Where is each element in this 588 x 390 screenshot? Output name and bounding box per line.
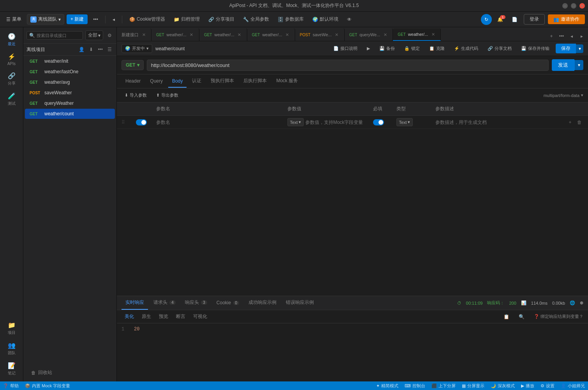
api-item-weather-count[interactable]: GET weather/count bbox=[25, 109, 115, 119]
body-type-selector[interactable]: multipart/form-data ▾ bbox=[544, 93, 583, 98]
api-item-save-weather[interactable]: POST saveWeather bbox=[25, 88, 115, 98]
doc-btn[interactable]: 📄 接口说明 bbox=[330, 44, 361, 53]
mock-vars-btn[interactable]: 📦 内置 Mock 字段变量 bbox=[25, 383, 70, 389]
tab-auth[interactable]: 认证 bbox=[188, 74, 205, 88]
tabs-prev-btn[interactable]: ◂ bbox=[567, 32, 576, 41]
api-item-weather-init[interactable]: GET weather/init bbox=[25, 56, 115, 66]
close-btn[interactable]: ✕ bbox=[579, 3, 585, 9]
send-dropdown[interactable]: ▾ bbox=[574, 60, 583, 70]
tabs-more-btn[interactable]: ••• bbox=[557, 32, 566, 41]
tab-5[interactable]: GET queryWe... ✕ bbox=[345, 28, 393, 41]
beautify-btn[interactable]: 美化 bbox=[121, 312, 137, 321]
minimize-btn[interactable]: ─ bbox=[562, 3, 568, 9]
tab-new-close[interactable]: ✕ bbox=[141, 32, 146, 37]
archive-btn[interactable]: 📁 归档管理 bbox=[171, 14, 203, 24]
doc-icon-btn[interactable]: 📄 bbox=[509, 15, 521, 24]
export-params-btn[interactable]: ⬆ 导出参数 bbox=[153, 91, 181, 100]
response-tab-error[interactable]: 错误响应示例 bbox=[282, 296, 318, 310]
tab-header[interactable]: Header bbox=[121, 75, 144, 88]
preview-btn[interactable]: 预览 bbox=[156, 312, 171, 321]
sidebar-item-share[interactable]: 🔗 分享 bbox=[2, 70, 21, 88]
global-params-btn[interactable]: 🔧 全局参数 bbox=[240, 14, 272, 24]
tab-2[interactable]: GET weather/... ✕ bbox=[199, 28, 247, 41]
replay-btn[interactable]: ▶ 播放 bbox=[521, 383, 534, 389]
team-selector[interactable]: 离 离线团队 ▾ bbox=[27, 14, 64, 25]
visualize-btn[interactable]: 可视化 bbox=[190, 312, 210, 321]
simple-mode-btn[interactable]: ✦ 精简模式 bbox=[376, 383, 398, 389]
copy-response-btn[interactable]: 📋 bbox=[500, 312, 512, 321]
api-item-weather-lastone[interactable]: GET weather/lastOne bbox=[25, 67, 115, 77]
sidebar-item-test[interactable]: 🧪 测试 bbox=[2, 90, 21, 109]
search-response-btn[interactable]: 🔍 bbox=[516, 312, 528, 321]
response-tab-cookie[interactable]: Cookie 0 bbox=[213, 297, 243, 309]
tab-pre-script[interactable]: 预执行脚本 bbox=[207, 74, 238, 88]
value-type-selector[interactable]: Text ▾ bbox=[287, 118, 304, 126]
param-add-btn[interactable]: + bbox=[566, 118, 574, 126]
tab-close-2[interactable]: ✕ bbox=[237, 32, 242, 37]
tab-close-1[interactable]: ✕ bbox=[189, 32, 194, 37]
new-button[interactable]: + 新建 bbox=[67, 14, 88, 24]
split-v-btn[interactable]: ▦ 分屏显示 bbox=[462, 383, 484, 389]
drag-handle-icon[interactable]: ⠿ bbox=[121, 120, 125, 125]
param-value-input[interactable] bbox=[305, 120, 364, 125]
lock-btn[interactable]: 🔒 锁定 bbox=[401, 44, 423, 53]
api-item-query-weather[interactable]: GET queryWeather bbox=[25, 98, 115, 108]
split-h-btn[interactable]: ⬛ 上下分屏 bbox=[431, 383, 456, 389]
url-input[interactable] bbox=[147, 60, 549, 71]
sidebar-item-notes[interactable]: 📝 笔记 bbox=[2, 360, 21, 378]
tab-close-6[interactable]: ✕ bbox=[430, 32, 436, 37]
search-box[interactable]: 🔍 bbox=[26, 31, 83, 40]
menu-btn[interactable]: ☰ 菜单 bbox=[3, 14, 25, 24]
api-item-weather-avg[interactable]: GET weather/avg bbox=[25, 77, 115, 87]
generate-btn[interactable]: ⚡ 生成代码 bbox=[451, 44, 481, 53]
more-btn[interactable]: ••• bbox=[90, 15, 101, 24]
dark-mode-btn[interactable]: 🌙 深灰模式 bbox=[491, 383, 515, 389]
sidebar-item-project[interactable]: 📁 项目 bbox=[2, 319, 21, 338]
method-selector[interactable]: GET ▾ bbox=[121, 60, 144, 70]
required-toggle[interactable] bbox=[373, 119, 384, 125]
save-all-btn[interactable]: 💾 保存并传输 bbox=[518, 44, 553, 53]
login-button[interactable]: 登录 bbox=[524, 14, 545, 25]
response-tab-realtime[interactable]: 实时响应 bbox=[121, 296, 148, 310]
response-expand-icon[interactable]: ⊕ bbox=[580, 300, 583, 305]
user-profile-btn[interactable]: 👤 小姐师兄 bbox=[561, 383, 585, 389]
tabs-next-btn[interactable]: ▸ bbox=[577, 32, 586, 41]
tab-3[interactable]: GET weather/... ✕ bbox=[247, 28, 295, 41]
clone-btn[interactable]: 📋 克隆 bbox=[426, 44, 448, 53]
filter-selector[interactable]: 全部 ▾ bbox=[85, 30, 103, 40]
maximize-btn[interactable]: □ bbox=[571, 3, 576, 9]
sidebar-item-apis[interactable]: ⚡ APIs bbox=[2, 51, 21, 68]
share-project-btn[interactable]: 🔗 分享项目 bbox=[205, 14, 238, 24]
param-desc-input[interactable] bbox=[435, 120, 557, 125]
add-tab-btn[interactable]: + bbox=[547, 32, 556, 41]
type-selector[interactable]: Text ▾ bbox=[396, 118, 413, 126]
tab-6[interactable]: GET weather/... ✕ bbox=[393, 28, 441, 41]
settings-bottom-btn[interactable]: ⚙ 设置 bbox=[540, 383, 555, 389]
response-tab-success[interactable]: 成功响应示例 bbox=[245, 296, 280, 310]
tab-1[interactable]: GET weather/... ✕ bbox=[151, 28, 199, 41]
import-params-btn[interactable]: ⬇ 导入参数 bbox=[121, 91, 150, 100]
notification-btn[interactable]: 🔔 1 bbox=[495, 15, 505, 24]
bind-response-btn[interactable]: ❓ 绑定响应结果到变量？ bbox=[534, 314, 583, 319]
sidebar-item-team[interactable]: 👥 团队 bbox=[2, 339, 21, 358]
tab-close-3[interactable]: ✕ bbox=[285, 32, 290, 37]
play-btn[interactable]: ▶ bbox=[364, 45, 373, 52]
project-collapse-btn[interactable]: ☰ bbox=[106, 46, 113, 53]
tab-close-5[interactable]: ✕ bbox=[382, 32, 388, 37]
refresh-btn[interactable]: ↻ bbox=[481, 14, 492, 25]
save-dropdown[interactable]: ▾ bbox=[576, 44, 583, 53]
env-db-btn[interactable]: 🗄️ 参数据库 bbox=[275, 14, 307, 24]
prev-btn[interactable]: ◂ bbox=[109, 15, 118, 24]
share-doc-btn[interactable]: 🔗 分享文档 bbox=[484, 44, 515, 53]
send-button[interactable]: 发送 bbox=[552, 59, 574, 71]
project-user-btn[interactable]: 👤 bbox=[77, 46, 86, 53]
param-name-input[interactable] bbox=[156, 120, 278, 125]
tab-4[interactable]: POST saveWe... ✕ bbox=[295, 28, 345, 41]
settings-icon-btn[interactable]: ⚙ bbox=[106, 32, 113, 39]
tab-body[interactable]: Body bbox=[168, 75, 187, 88]
project-more-btn[interactable]: ••• bbox=[96, 46, 104, 53]
save-button[interactable]: 保存 bbox=[556, 44, 576, 53]
backup-btn[interactable]: 💾 备份 bbox=[376, 44, 398, 53]
response-tab-request-headers[interactable]: 请求头 4 bbox=[150, 296, 180, 310]
eye-btn[interactable]: 👁 bbox=[344, 15, 355, 24]
